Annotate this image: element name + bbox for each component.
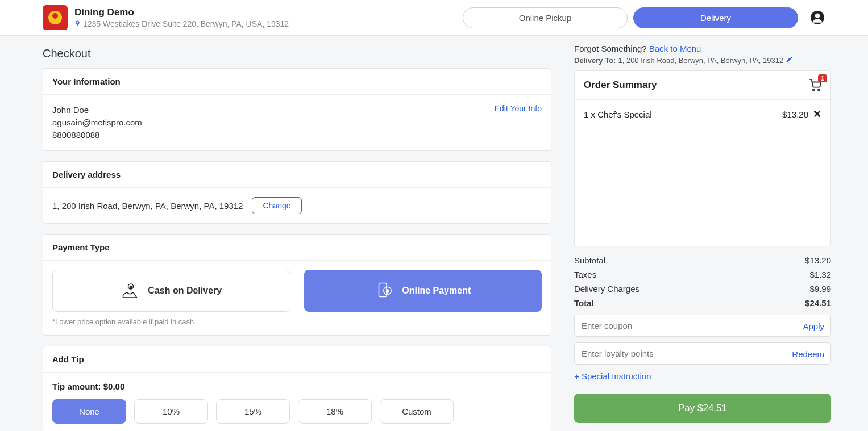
pay-button[interactable]: Pay $24.51 xyxy=(574,394,831,423)
title-block: Dining Demo 1235 Westlakes Drive Suite 2… xyxy=(74,7,289,29)
tip-amount-label: Tip amount: $0.00 xyxy=(52,382,542,391)
summary-items-list: 1 x Chef's Special $13.20 ✕ xyxy=(575,100,830,246)
remove-item-icon[interactable]: ✕ xyxy=(813,108,821,120)
delivery-to-line: Delivery To: 1, 200 Irish Road, Berwyn, … xyxy=(574,56,831,65)
svg-rect-4 xyxy=(379,283,387,297)
delivery-to-address: 1, 200 Irish Road, Berwyn, PA, Berwyn, P… xyxy=(618,56,783,65)
loyalty-row: Redeem xyxy=(574,342,831,365)
edit-address-icon[interactable] xyxy=(786,56,793,65)
delivery-charges-label: Delivery Charges xyxy=(574,284,639,294)
header: Dining Demo 1235 Westlakes Drive Suite 2… xyxy=(0,0,868,36)
svg-point-7 xyxy=(813,89,815,91)
item-price: $13.20 xyxy=(782,110,808,119)
taxes-label: Taxes xyxy=(574,270,596,279)
checkout-column: Checkout Your Information John Doe agusa… xyxy=(0,36,557,431)
order-type-toggle: Online Pickup Delivery xyxy=(463,7,798,28)
tip-none-button[interactable]: None xyxy=(52,399,126,424)
apply-coupon-button[interactable]: Apply xyxy=(803,321,824,330)
restaurant-address: 1235 Westlakes Drive Suite 220, Berwyn, … xyxy=(83,19,289,28)
add-tip-card: Add Tip Tip amount: $0.00 None 10% 15% 1… xyxy=(43,346,551,431)
online-payment-button[interactable]: $ Online Payment xyxy=(304,270,542,312)
tip-15-button[interactable]: 15% xyxy=(216,399,290,424)
payment-note: *Lower price option available if paid in… xyxy=(52,317,542,326)
add-tip-title: Add Tip xyxy=(43,346,551,373)
order-summary-column: Forgot Something? Back to Menu Delivery … xyxy=(557,36,868,431)
delivery-charges-value: $9.99 xyxy=(809,284,831,294)
payment-type-card: Payment Type $ Cash on Delivery $ Online… xyxy=(43,234,551,336)
customer-info-block: John Doe agusain@metispro.com 8800880088 xyxy=(52,104,142,141)
restaurant-title: Dining Demo xyxy=(74,7,289,18)
forgot-something-line: Forgot Something? Back to Menu xyxy=(574,44,831,53)
cash-icon: $ xyxy=(121,281,141,301)
delivery-address-card: Delivery address 1, 200 Irish Road, Berw… xyxy=(43,161,551,224)
customer-phone: 8800880088 xyxy=(52,129,142,141)
totals-block: Subtotal $13.20 Taxes $1.32 Delivery Cha… xyxy=(574,253,831,315)
tip-18-button[interactable]: 18% xyxy=(298,399,372,424)
online-payment-label: Online Payment xyxy=(402,286,471,296)
coupon-row: Apply xyxy=(574,315,831,337)
delivery-address-text: 1, 200 Irish Road, Berwyn, PA, Berwyn, P… xyxy=(52,201,243,211)
header-left: Dining Demo 1235 Westlakes Drive Suite 2… xyxy=(43,5,289,30)
customer-email: agusain@metispro.com xyxy=(52,116,142,128)
svg-text:$: $ xyxy=(130,286,132,289)
item-name: 1 x Chef's Special xyxy=(584,110,652,119)
account-icon[interactable] xyxy=(809,10,825,26)
tip-custom-button[interactable]: Custom xyxy=(380,399,454,424)
coupon-input[interactable] xyxy=(574,315,831,337)
order-summary-title: Order Summary xyxy=(584,79,657,91)
your-information-card: Your Information John Doe agusain@metisp… xyxy=(43,68,551,151)
delivery-to-label: Delivery To: xyxy=(574,56,616,65)
your-information-title: Your Information xyxy=(43,69,551,95)
svg-point-8 xyxy=(818,89,820,91)
map-pin-icon xyxy=(74,19,81,29)
cart-icon-wrap[interactable]: 1 xyxy=(809,79,821,91)
header-right: Online Pickup Delivery xyxy=(463,7,825,28)
summary-item: 1 x Chef's Special $13.20 ✕ xyxy=(584,108,821,120)
taxes-value: $1.32 xyxy=(809,270,831,279)
payment-type-title: Payment Type xyxy=(43,235,551,261)
edit-info-link[interactable]: Edit Your Info xyxy=(495,104,542,113)
delivery-toggle[interactable]: Delivery xyxy=(633,7,798,28)
restaurant-logo xyxy=(43,5,68,30)
online-payment-icon: $ xyxy=(375,281,395,301)
order-summary-card: Order Summary 1 1 x Chef's Special $13.2… xyxy=(574,70,831,246)
customer-name: John Doe xyxy=(52,104,142,116)
delivery-address-title: Delivery address xyxy=(43,162,551,188)
change-address-button[interactable]: Change xyxy=(252,197,301,214)
cash-on-delivery-label: Cash on Delivery xyxy=(148,286,222,296)
svg-point-1 xyxy=(815,13,820,18)
cart-count-badge: 1 xyxy=(818,74,827,82)
svg-text:$: $ xyxy=(387,288,389,294)
subtotal-label: Subtotal xyxy=(574,256,605,265)
total-value: $24.51 xyxy=(805,298,831,308)
main-content: Checkout Your Information John Doe agusa… xyxy=(0,36,868,431)
total-label: Total xyxy=(574,298,594,308)
subtotal-value: $13.20 xyxy=(805,256,831,265)
pickup-toggle[interactable]: Online Pickup xyxy=(463,7,628,28)
special-instruction-link[interactable]: + Special Instruction xyxy=(574,371,831,381)
tip-10-button[interactable]: 10% xyxy=(134,399,208,424)
page-title: Checkout xyxy=(43,47,551,60)
restaurant-address-line: 1235 Westlakes Drive Suite 220, Berwyn, … xyxy=(74,19,289,29)
back-to-menu-link[interactable]: Back to Menu xyxy=(649,44,701,53)
cash-on-delivery-button[interactable]: $ Cash on Delivery xyxy=(52,270,290,312)
redeem-loyalty-button[interactable]: Redeem xyxy=(792,349,824,358)
